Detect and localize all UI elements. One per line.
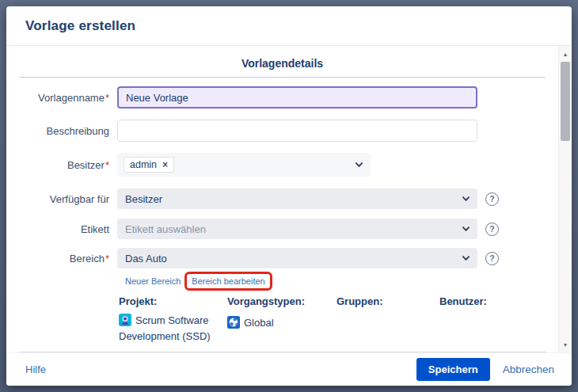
dialog-footer: Hilfe Speichern Abbrechen xyxy=(6,352,572,386)
template-name-row: Vorlagenname* xyxy=(6,86,558,108)
users-cell xyxy=(439,313,558,344)
available-for-label: Verfügbar für xyxy=(6,193,117,205)
edit-scope-link[interactable]: Bereich bearbeiten xyxy=(192,276,264,286)
modal-backdrop: Vorlage erstellen Vorlagendetails Vorlag… xyxy=(0,0,578,392)
help-icon[interactable]: ? xyxy=(485,223,499,236)
dialog-title: Vorlage erstellen xyxy=(25,18,135,34)
available-for-value: Besitzer xyxy=(125,193,162,205)
scope-links-row: Neuer Bereich Bereich bearbeiten xyxy=(125,274,558,288)
help-link[interactable]: Hilfe xyxy=(25,363,46,375)
label-select[interactable]: Etikett auswählen xyxy=(117,219,477,239)
scroll-up-icon[interactable]: ▲ xyxy=(559,48,572,60)
owner-tag: admin × xyxy=(124,157,174,173)
issue-types-cell: Global xyxy=(227,313,337,344)
label-select-placeholder: Etikett auswählen xyxy=(125,223,206,235)
chevron-down-icon xyxy=(460,253,472,265)
project-name: Scrum Software Development (SSD) xyxy=(119,314,211,342)
available-for-row: Verfügbar für Besitzer ? xyxy=(6,188,558,209)
scope-label: Bereich* xyxy=(6,253,117,265)
owner-multiselect[interactable]: admin × xyxy=(117,153,371,177)
global-icon xyxy=(227,316,240,329)
section-title: Vorlagendetails xyxy=(6,57,558,70)
scope-row: Bereich* Das Auto ? xyxy=(6,248,558,268)
annotation-highlight-box: Bereich bearbeiten xyxy=(184,272,272,291)
template-name-label: Vorlagenname* xyxy=(6,92,117,104)
save-button[interactable]: Speichern xyxy=(416,358,490,381)
description-row: Beschreibung xyxy=(6,120,558,142)
dialog-header: Vorlage erstellen xyxy=(6,6,572,46)
required-mark: * xyxy=(105,159,109,171)
label-row: Etikett Etikett auswählen ? xyxy=(6,219,558,239)
project-avatar-icon xyxy=(119,314,131,326)
form-content: Vorlagendetails Vorlagenname* Beschreibu… xyxy=(6,46,558,352)
scope-select[interactable]: Das Auto xyxy=(117,248,477,268)
description-input[interactable] xyxy=(117,120,477,142)
scroll-down-icon[interactable]: ▼ xyxy=(559,338,572,351)
scrollbar-thumb[interactable] xyxy=(561,62,570,141)
groups-column-header: Gruppen: xyxy=(337,295,439,313)
new-scope-link[interactable]: Neuer Bereich xyxy=(125,276,181,286)
cancel-button[interactable]: Abbrechen xyxy=(503,363,554,375)
required-mark: * xyxy=(105,253,109,265)
dialog-body: Vorlagendetails Vorlagenname* Beschreibu… xyxy=(6,46,572,352)
issue-types-column-header: Vorgangstypen: xyxy=(227,295,337,313)
chevron-down-icon xyxy=(460,193,472,205)
content-bottom-divider xyxy=(19,352,546,352)
chevron-down-icon xyxy=(353,159,365,171)
help-icon[interactable]: ? xyxy=(485,252,499,265)
scope-value: Das Auto xyxy=(125,253,167,265)
issue-types-value: Global xyxy=(244,317,274,329)
chevron-down-icon xyxy=(460,223,472,235)
description-label: Beschreibung xyxy=(6,125,117,137)
label-field-label: Etikett xyxy=(6,223,117,235)
create-template-dialog: Vorlage erstellen Vorlagendetails Vorlag… xyxy=(6,6,572,386)
project-cell: Scrum Software Development (SSD) xyxy=(119,313,215,344)
users-column-header: Benutzer: xyxy=(439,295,558,313)
groups-cell xyxy=(337,313,439,344)
required-mark: * xyxy=(105,92,109,104)
project-column-header: Projekt: xyxy=(119,295,227,313)
vertical-scrollbar[interactable]: ▲ ▼ xyxy=(558,46,572,352)
owner-label: Besitzer* xyxy=(6,159,117,171)
template-name-input[interactable] xyxy=(117,86,477,108)
section-divider xyxy=(19,77,546,78)
owner-row: Besitzer* admin × xyxy=(6,153,558,177)
scope-details-grid: Projekt: Vorgangstypen: Gruppen: Benutze… xyxy=(119,295,558,344)
remove-tag-icon[interactable]: × xyxy=(162,160,168,169)
help-icon[interactable]: ? xyxy=(485,192,499,206)
owner-tag-label: admin xyxy=(130,159,157,170)
available-for-select[interactable]: Besitzer xyxy=(117,188,477,209)
